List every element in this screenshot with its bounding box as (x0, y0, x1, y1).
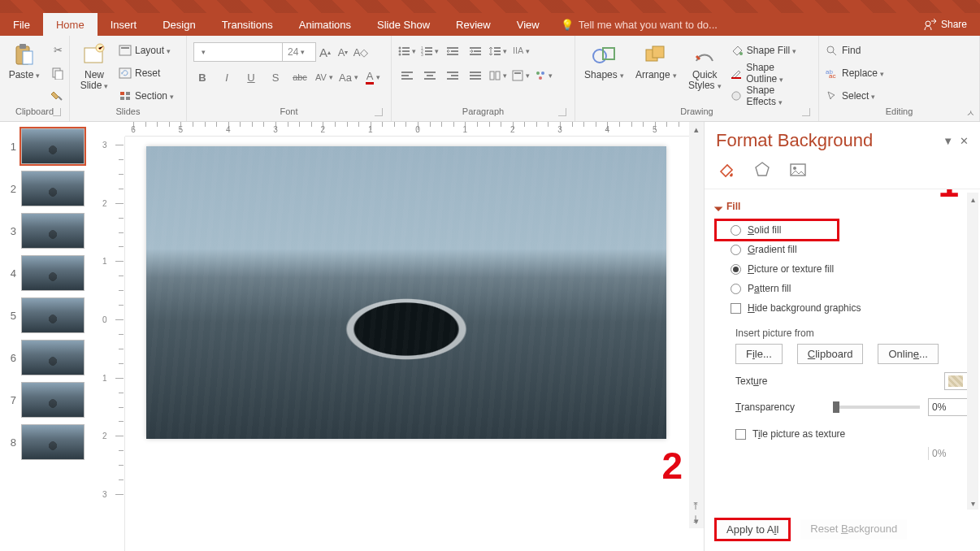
prev-slide-button[interactable]: ⤒ (689, 501, 702, 512)
tab-animations[interactable]: Animations (286, 13, 364, 36)
font-name-combo[interactable] (193, 42, 283, 62)
tab-review[interactable]: Review (443, 13, 504, 36)
columns-button[interactable] (489, 67, 507, 85)
reset-button[interactable]: Reset (119, 64, 174, 82)
collapse-ribbon-button[interactable]: ㅅ (966, 107, 975, 119)
thumbnail-3[interactable]: 3 (0, 210, 98, 252)
next-slide-button[interactable]: ⤓ (689, 514, 702, 525)
tab-home[interactable]: Home (43, 13, 98, 36)
increase-indent-button[interactable] (466, 42, 484, 60)
tile-check[interactable]: Tile picture as texture (721, 424, 977, 444)
ribbon-tabs: File Home Insert Design Transitions Anim… (0, 13, 980, 36)
tab-view[interactable]: View (504, 13, 553, 36)
select-button[interactable]: Select (826, 87, 884, 105)
pane-scroll-up[interactable]: ▴ (967, 193, 978, 206)
new-slide-button[interactable]: New Slide (76, 39, 112, 106)
hide-bg-graphics-check[interactable]: Hide background graphics (716, 298, 977, 318)
bullets-button[interactable] (398, 42, 416, 60)
thumbnail-4[interactable]: 4 (0, 252, 98, 294)
cut-button[interactable]: ✂ (49, 41, 67, 59)
thumbnail-5[interactable]: 5 (0, 294, 98, 336)
quick-styles-button[interactable]: Quick Styles (686, 39, 724, 106)
effects-category-icon[interactable] (752, 159, 773, 180)
pane-options-button[interactable]: ▼ (943, 135, 953, 147)
shape-fill-button[interactable]: Shape Fill (731, 41, 812, 59)
paste-button[interactable]: Paste (7, 39, 42, 106)
font-launcher[interactable] (375, 108, 383, 116)
scroll-up-button[interactable]: ▴ (689, 122, 704, 137)
align-right-button[interactable] (444, 67, 462, 85)
apply-to-all-button[interactable]: Apply to All (716, 519, 789, 540)
shapes-button[interactable]: Shapes (582, 39, 627, 106)
thumbnail-6[interactable]: 6 (0, 336, 98, 379)
text-direction-button[interactable]: IIA (512, 42, 530, 60)
tab-insert[interactable]: Insert (98, 13, 150, 36)
bold-button[interactable]: B (193, 68, 211, 86)
clipboard-launcher[interactable] (53, 108, 61, 116)
layout-button[interactable]: Layout (119, 41, 174, 59)
file-button[interactable]: File... (735, 344, 783, 364)
align-center-button[interactable] (421, 67, 439, 85)
font-size-combo[interactable]: 24 (282, 42, 316, 62)
slide-thumbnails[interactable]: 12345678 (0, 122, 98, 551)
justify-button[interactable] (466, 67, 484, 85)
line-spacing-icon (489, 46, 501, 56)
pane-close-button[interactable]: ✕ (960, 135, 969, 147)
group-font-label: Font (193, 106, 384, 121)
replace-label: Replace (842, 67, 884, 79)
shrink-font-button[interactable]: A▾ (334, 43, 352, 61)
gradient-fill-option[interactable]: Gradient fill (716, 240, 977, 259)
find-button[interactable]: Find (826, 41, 884, 59)
shadow-button[interactable]: S (267, 68, 284, 86)
arrange-icon (643, 42, 669, 68)
transparency-slider[interactable] (833, 406, 920, 409)
align-left-button[interactable] (398, 67, 416, 85)
vertical-scrollbar[interactable]: ▴ ▾ (689, 122, 704, 528)
underline-button[interactable]: U (242, 68, 260, 86)
slide[interactable] (146, 146, 666, 439)
clipboard-button[interactable]: Clipboard (797, 344, 864, 364)
change-case-button[interactable]: Aa (340, 68, 358, 86)
grow-font-button[interactable]: A▴ (316, 43, 334, 61)
format-painter-button[interactable] (49, 87, 67, 105)
tab-design[interactable]: Design (150, 13, 208, 36)
tab-file[interactable]: File (0, 13, 43, 36)
replace-button[interactable]: abacReplace (826, 64, 884, 82)
shape-effects-button[interactable]: Shape Effects (731, 87, 812, 105)
picture-category-icon[interactable] (787, 159, 809, 180)
online-button[interactable]: Online... (878, 344, 938, 364)
tab-slideshow[interactable]: Slide Show (364, 13, 443, 36)
arrange-button[interactable]: Arrange (633, 39, 679, 106)
share-button[interactable]: Share (910, 13, 980, 36)
thumbnail-8[interactable]: 8 (0, 421, 98, 463)
section-button[interactable]: Section (119, 87, 174, 105)
strike-button[interactable]: abc (291, 68, 309, 86)
pane-scrollbar[interactable]: ▴ ▾ (967, 193, 978, 510)
thumbnail-1[interactable]: 1 (0, 125, 98, 167)
clear-format-button[interactable]: A◇ (352, 43, 370, 61)
copy-button[interactable] (49, 64, 67, 82)
pattern-fill-option[interactable]: Pattern fill (716, 279, 977, 298)
tell-me[interactable]: 💡 Tell me what you want to do... (553, 13, 726, 36)
tab-transitions[interactable]: Transitions (209, 13, 286, 36)
reset-background-button[interactable]: Reset Background (800, 519, 907, 540)
smartart-button[interactable] (535, 67, 553, 85)
fill-category-icon[interactable] (716, 159, 737, 180)
pane-scroll-down[interactable]: ▾ (967, 497, 978, 510)
picture-fill-option[interactable]: Picture or texture fill (716, 259, 977, 279)
slider-thumb[interactable] (833, 401, 839, 413)
decrease-indent-button[interactable] (444, 42, 462, 60)
paragraph-launcher[interactable] (558, 108, 566, 116)
new-slide-icon (81, 42, 107, 68)
solid-fill-option[interactable]: Solid fill (716, 220, 838, 240)
thumbnail-7[interactable]: 7 (0, 379, 98, 421)
align-text-button[interactable] (512, 67, 530, 85)
char-spacing-button[interactable]: AV (315, 68, 333, 86)
line-spacing-button[interactable] (489, 42, 507, 60)
numbering-button[interactable]: 123 (421, 42, 439, 60)
shape-outline-button[interactable]: Shape Outline (731, 64, 812, 82)
font-color-button[interactable]: A (364, 68, 382, 86)
italic-button[interactable]: I (218, 68, 236, 86)
drawing-launcher[interactable] (802, 108, 810, 116)
thumbnail-2[interactable]: 2 (0, 167, 98, 210)
